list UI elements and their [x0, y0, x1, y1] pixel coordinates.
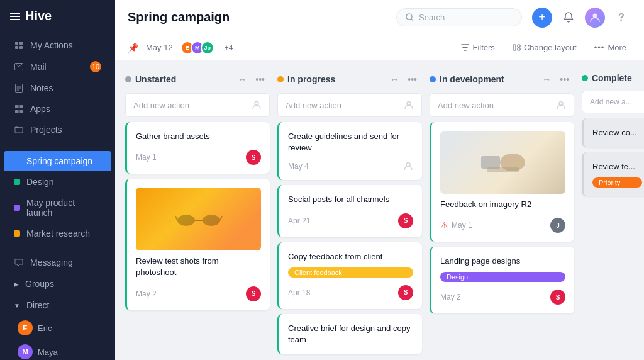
sidebar-item-may-product-launch[interactable]: May product launch — [4, 193, 111, 223]
card-date: May 1 — [136, 153, 157, 162]
add-action-complete[interactable]: Add new a... — [582, 91, 644, 113]
card-date: Apr 18 — [288, 288, 310, 297]
sidebar-item-market-research[interactable]: Market research — [4, 223, 111, 244]
card-review-test-shots[interactable]: Review test shots from photoshoot May 2 … — [125, 179, 270, 310]
hamburger-icon[interactable] — [10, 13, 20, 20]
column-menu-icon[interactable]: ••• — [253, 73, 267, 86]
filters-button[interactable]: Filters — [456, 40, 499, 55]
sidebar-item-label: Design — [26, 177, 54, 187]
card-creative-brief[interactable]: Creative brief for design and copy team — [277, 314, 422, 354]
sidebar-item-groups[interactable]: ▶ Groups — [4, 274, 111, 294]
svg-rect-3 — [19, 46, 23, 49]
svg-rect-9 — [15, 105, 18, 108]
card-title: Creative brief for design and copy team — [288, 323, 413, 346]
sidebar-item-direct[interactable]: ▼ Direct — [4, 295, 111, 315]
kanban-board: Unstarted ↔ ••• Add new action Gather br… — [115, 60, 644, 360]
sidebar-item-design[interactable]: Design — [4, 172, 111, 192]
sidebar-item-messaging[interactable]: Messaging — [4, 252, 111, 273]
expand-icon[interactable]: ↔ — [540, 73, 553, 86]
card-create-guidelines[interactable]: Create guidelines and send for review Ma… — [277, 122, 422, 180]
sidebar-item-spring-campaign[interactable]: Spring campaign — [4, 151, 111, 171]
sidebar-item-notes[interactable]: Notes — [4, 78, 111, 98]
sidebar-item-my-actions[interactable]: My Actions — [4, 35, 111, 55]
dm-user-name: Maya — [38, 347, 58, 357]
sidebar-item-label: Apps — [30, 104, 50, 114]
sidebar-item-projects[interactable]: Projects — [4, 120, 111, 140]
sidebar-item-apps[interactable]: Apps — [4, 99, 111, 119]
user-avatar[interactable] — [585, 8, 605, 28]
card-landing-page[interactable]: Landing page designs Design May 2 S — [430, 247, 574, 313]
expand-icon[interactable]: ↔ — [235, 73, 249, 86]
card-footer: May 2 S — [136, 286, 261, 301]
status-dot — [125, 76, 131, 82]
card-social-posts[interactable]: Social posts for all channels Apr 21 S — [277, 185, 422, 237]
sidebar: Hive My Actions Mail 10 — [0, 0, 115, 360]
card-review-te[interactable]: Review te... Priority — [582, 152, 644, 196]
card-gather-brand[interactable]: Gather brand assets May 1 S — [125, 122, 270, 174]
card-title: Review co... — [592, 127, 642, 138]
notes-icon — [14, 83, 24, 93]
status-dot — [582, 75, 588, 81]
messaging-icon — [14, 257, 24, 267]
search-box[interactable]: Search — [396, 8, 522, 26]
card-review-co[interactable]: Review co... — [582, 118, 644, 147]
bell-icon[interactable] — [558, 8, 579, 28]
card-title: Landing page designs — [440, 256, 565, 267]
sub-header-right-actions: Filters Change layout ••• More — [456, 40, 631, 55]
column-title: Complete — [592, 73, 644, 83]
change-layout-label: Change layout — [524, 43, 577, 52]
card-title: Social posts for all channels — [288, 194, 413, 205]
pin-icon: 📌 — [128, 43, 138, 53]
app-name: Hive — [25, 9, 52, 23]
column-title: In development — [440, 74, 536, 84]
sidebar-item-label: May product launch — [26, 198, 101, 218]
card-title: Copy feedback from client — [288, 251, 413, 262]
column-in-progress: In progress ↔ ••• Add new action Create … — [277, 70, 422, 350]
card-title: Review te... — [592, 161, 642, 172]
card-date: May 4 — [288, 162, 309, 171]
chevron-right-icon: ▶ — [14, 281, 19, 288]
card-avatar: S — [398, 213, 413, 228]
add-action-in-progress[interactable]: Add new action — [277, 93, 422, 117]
card-copy-feedback[interactable]: Copy feedback from client Client feedbac… — [277, 242, 422, 309]
card-footer: May 4 — [288, 161, 413, 171]
change-layout-button[interactable]: Change layout — [508, 40, 582, 55]
person-icon — [252, 100, 262, 110]
column-complete: Complete Add new a... Review co... Revie… — [582, 70, 644, 350]
more-button[interactable]: ••• More — [589, 40, 631, 55]
sidebar-messaging-label: Messaging — [30, 257, 73, 267]
card-feedback-imagery[interactable]: Feedback on imagery R2 ⚠ May 1 J — [430, 122, 574, 242]
svg-rect-2 — [15, 46, 18, 49]
sidebar-dm-eric[interactable]: E Eric — [0, 316, 115, 340]
column-menu-icon[interactable]: ••• — [557, 73, 572, 86]
sidebar-dm-maya[interactable]: M Maya — [0, 340, 115, 360]
help-icon[interactable]: ? — [611, 8, 631, 28]
app-logo[interactable]: Hive — [0, 0, 115, 32]
svg-rect-13 — [18, 105, 20, 108]
main-content: Spring campaign Search + ? — [115, 0, 644, 360]
svg-rect-15 — [15, 128, 23, 133]
sidebar-item-mail[interactable]: Mail 10 — [4, 56, 111, 77]
sidebar-item-label: Spring campaign — [26, 156, 92, 166]
add-button[interactable]: + — [532, 8, 552, 28]
design-tag: Design — [440, 272, 565, 282]
card-footer: May 1 S — [136, 150, 261, 165]
svg-rect-20 — [518, 48, 520, 50]
svg-rect-1 — [19, 42, 23, 45]
column-header-in-development: In development ↔ ••• — [430, 70, 574, 88]
svg-point-22 — [177, 215, 195, 226]
card-footer: Apr 18 S — [288, 285, 413, 300]
add-action-unstarted[interactable]: Add new action — [125, 93, 270, 117]
expand-icon[interactable]: ↔ — [387, 73, 401, 86]
column-unstarted: Unstarted ↔ ••• Add new action Gather br… — [125, 70, 270, 350]
add-action-in-development[interactable]: Add new action — [430, 93, 574, 117]
chevron-down-icon: ▼ — [14, 302, 20, 309]
projects-icon — [14, 125, 24, 135]
column-menu-icon[interactable]: ••• — [405, 73, 419, 86]
page-header: Spring campaign Search + ? — [115, 0, 644, 35]
svg-rect-30 — [487, 167, 519, 172]
card-date: May 2 — [440, 293, 461, 301]
board-sub-header: 📌 May 12 E M Jo +4 Filters Change layout — [115, 35, 644, 60]
search-placeholder: Search — [419, 13, 445, 22]
person-icon — [556, 100, 566, 110]
